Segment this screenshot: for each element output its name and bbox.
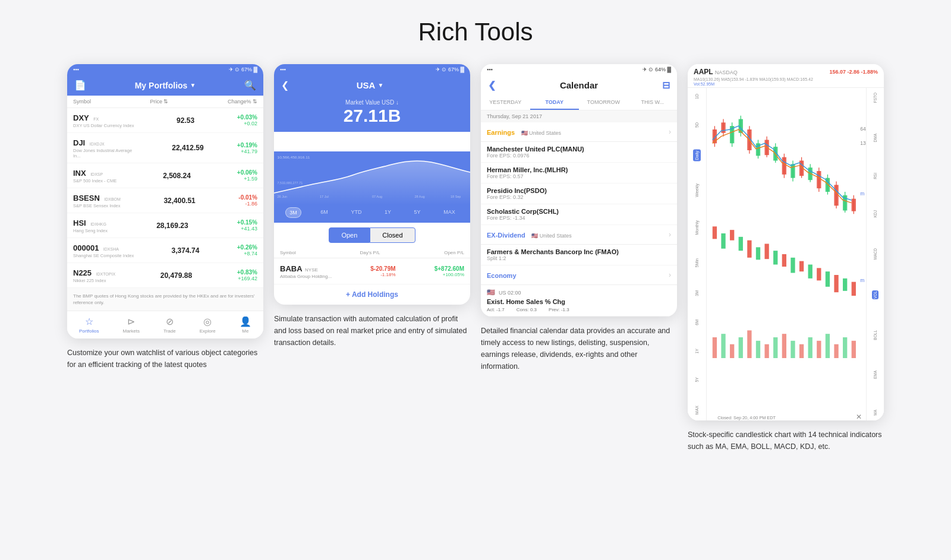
chart-vol-info: Vol:52.95M	[694, 82, 878, 86]
svg-rect-68	[799, 344, 804, 358]
bottom-nav-trade[interactable]: ⊘Trade	[163, 316, 176, 334]
chart-y-period-daily[interactable]: Daily	[693, 150, 701, 162]
time-tab-3m[interactable]: 3M	[285, 207, 301, 218]
cal-back-icon[interactable]: ❮	[488, 80, 496, 91]
usa-dropdown-icon: ▼	[377, 82, 383, 88]
svg-text:64.28: 64.28	[860, 126, 866, 132]
chart-y-labels: 1D5DDailyWeeklyMonthly5Min3M6M1Y5YMAX	[688, 88, 707, 420]
svg-rect-47	[764, 244, 769, 260]
portfolio-row: DXY FX DXY US Dollar Currency Index 92.5…	[67, 108, 263, 133]
closed-toggle[interactable]: Closed	[370, 227, 415, 243]
cal-item: Scholastic Corp(SCHL) Fore EPS: -1.34	[481, 204, 677, 225]
svg-rect-64	[764, 344, 769, 358]
chart-price-info: 156.07 -2.86 -1.88%	[829, 69, 878, 75]
time-tab-5y[interactable]: 5Y	[411, 207, 424, 218]
chart-y-period-3m[interactable]: 3M	[694, 289, 700, 298]
svg-rect-71	[826, 334, 830, 358]
status-bar-3: ▪▪▪ ✈ ⊙ 64% ▓	[481, 64, 677, 75]
chart-y-period-1y[interactable]: 1Y	[694, 347, 700, 355]
svg-rect-58	[713, 337, 717, 358]
chart-y-period-5y[interactable]: 5Y	[694, 376, 700, 384]
phone-frame-calendar: ▪▪▪ ✈ ⊙ 64% ▓ ❮ Calendar ⊟ YESTERDAYTODA…	[481, 64, 677, 317]
time-tabs: 3M6MYTD1Y5YMAX	[274, 205, 470, 223]
baba-openpl: $+872.60M	[434, 265, 464, 272]
svg-rect-45	[747, 241, 751, 258]
holdings-col-daypl: Day's P/L	[360, 250, 380, 255]
search-icon[interactable]: 🔍	[244, 80, 256, 91]
bottom-nav-me[interactable]: 👤Me	[240, 316, 251, 334]
market-chart-svg: 10,566,450,916.11 26 Jun 17 Jul 07 Aug 2…	[274, 151, 470, 205]
chart-y-period-max[interactable]: MAX	[694, 404, 700, 416]
baba-daypl-pct: -1.18%	[370, 272, 395, 277]
svg-rect-54	[826, 271, 830, 287]
bottom-nav-explore[interactable]: ◎Explore	[200, 316, 216, 334]
time-tab-6m[interactable]: 6M	[317, 207, 332, 218]
card-chart: AAPL NASDAQ 156.07 -2.86 -1.88% MA10(130…	[688, 64, 884, 453]
svg-rect-48	[773, 251, 777, 264]
svg-rect-50	[791, 258, 795, 273]
cal-date-row: Thursday, Sep 21 2017	[481, 110, 677, 122]
portfolio-column-headers: Symbol Price ⇅ Change% ⇅	[67, 96, 263, 108]
chart-indicators-info: MA10(130.26) MA5(153.94 -1.83% MA10(159.…	[694, 77, 878, 81]
cal-nav-title: Calendar	[560, 80, 598, 90]
chart-y-period-weekly[interactable]: Weekly	[694, 182, 700, 198]
portfolio-rows: DXY FX DXY US Dollar Currency Index 92.5…	[67, 108, 263, 288]
time-tab-ytd[interactable]: YTD	[347, 207, 365, 218]
chart-y-period-1d[interactable]: 1D	[694, 93, 700, 100]
market-chart-area: 10,566,450,916.11 26 Jun 17 Jul 07 Aug 2…	[274, 151, 470, 205]
bottom-nav-markets[interactable]: ⊳Markets	[122, 316, 139, 334]
cal-tab-today[interactable]: TODAY	[530, 96, 580, 110]
add-holdings-button[interactable]: + Add Holdings	[274, 284, 470, 305]
svg-rect-60	[730, 344, 734, 358]
phone-frame-usa: ▪▪▪ ✈ ⊙ 67% ▓ ❮ USA ▼ Market Value USD ↓…	[274, 64, 470, 305]
status-bar-2: ▪▪▪ ✈ ⊙ 67% ▓	[274, 64, 470, 75]
time-tab-1y[interactable]: 1Y	[381, 207, 395, 218]
cal-filter-icon[interactable]: ⊟	[662, 80, 670, 91]
chart-indicator-ma[interactable]: MA	[873, 410, 877, 416]
cal-economy-item: 🇺🇸 US 02:00 Exist. Home Sales % Chg Act:…	[481, 285, 677, 317]
usa-nav-title-group: USA ▼	[357, 80, 384, 90]
chart-indicator-boll[interactable]: BOLL	[873, 330, 877, 340]
status-icons-2: ✈ ⊙ 67% ▓	[436, 67, 464, 72]
svg-rect-49	[782, 254, 786, 267]
description-4: Stock-specific candlestick chart with 14…	[688, 429, 884, 453]
cal-tab-tomorrow[interactable]: TOMORROW	[579, 96, 628, 110]
svg-rect-55	[834, 275, 838, 292]
chart-ticker: AAPL NASDAQ	[694, 68, 738, 76]
col-change: Change% ⇅	[228, 99, 257, 105]
portfolio-note: The BMP quotes of Hong Kong stocks are p…	[67, 288, 263, 311]
status-icons-3: ✈ ⊙ 64% ▓	[643, 67, 671, 72]
holdings-row-baba: BABA NYSE Alibaba Group Holding... $-20.…	[274, 258, 470, 284]
portfolio-row: BSESN IDXBOM S&P BSE Sensex Index 32,400…	[67, 188, 263, 213]
chart-y-period-6m[interactable]: 6M	[694, 318, 700, 327]
back-icon-2[interactable]: ❮	[281, 80, 289, 91]
market-value-section: Market Value USD ↓ 27.11B	[274, 96, 470, 132]
chart-indicator-macd[interactable]: MACD	[873, 248, 877, 260]
portfolio-dropdown-icon: ▼	[190, 82, 196, 88]
svg-rect-73	[843, 337, 847, 358]
chart-indicator-kdj[interactable]: KDJ	[873, 210, 877, 217]
open-toggle[interactable]: Open	[329, 227, 370, 243]
chart-y-period-5d[interactable]: 5D	[694, 121, 700, 129]
chart-y-period-monthly[interactable]: Monthly	[694, 219, 700, 236]
nav-bar-portfolios: 📄 My Portfolios ▼ 🔍	[67, 75, 263, 96]
cal-tab-this w...[interactable]: THIS W...	[628, 96, 678, 110]
chart-indicator-vol[interactable]: VOL	[872, 290, 878, 299]
svg-rect-66	[782, 334, 786, 358]
status-bar-1: ▪▪▪ ✈ ⊙ 67% ▓	[67, 64, 263, 75]
baba-exchange: NYSE	[305, 267, 318, 273]
chart-inner: 1D5DDailyWeeklyMonthly5Min3M6M1Y5YMAX	[688, 88, 884, 420]
chart-indicator-dma[interactable]: DMA	[873, 134, 877, 142]
chart-indicator-ema[interactable]: EMA	[873, 371, 877, 379]
description-1: Customize your own watchlist of various …	[67, 347, 263, 371]
card-portfolios: ▪▪▪ ✈ ⊙ 67% ▓ 📄 My Portfolios ▼ 🔍 Symbol…	[67, 64, 263, 371]
time-tab-max[interactable]: MAX	[440, 207, 459, 218]
market-stat: Day's P/L+11.70M+0.04%	[278, 134, 301, 149]
svg-text:m: m	[860, 277, 864, 283]
chart-y-period-5min[interactable]: 5Min	[694, 257, 700, 268]
bottom-nav-portfolios[interactable]: ☆Portfolios	[79, 316, 99, 334]
cal-tab-yesterday[interactable]: YESTERDAY	[481, 96, 530, 110]
chart-indicator-fsto[interactable]: FSTO	[873, 93, 877, 103]
chart-indicator-rsi[interactable]: RSI	[873, 173, 877, 179]
svg-rect-46	[756, 247, 760, 260]
